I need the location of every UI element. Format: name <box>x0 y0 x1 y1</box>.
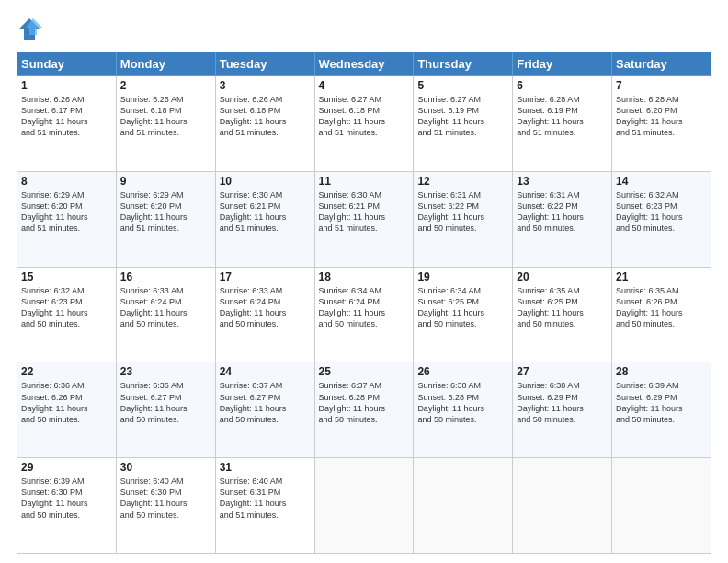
calendar-week-3: 15Sunrise: 6:32 AM Sunset: 6:23 PM Dayli… <box>17 267 711 362</box>
day-number: 23 <box>120 365 211 378</box>
day-number: 12 <box>417 175 508 188</box>
day-info: Sunrise: 6:32 AM Sunset: 6:23 PM Dayligh… <box>21 285 112 330</box>
day-info: Sunrise: 6:40 AM Sunset: 6:31 PM Dayligh… <box>220 476 311 521</box>
calendar-cell: 25Sunrise: 6:37 AM Sunset: 6:28 PM Dayli… <box>314 362 414 458</box>
day-number: 3 <box>220 79 311 92</box>
day-info: Sunrise: 6:33 AM Sunset: 6:24 PM Dayligh… <box>120 285 211 330</box>
calendar-cell: 16Sunrise: 6:33 AM Sunset: 6:24 PM Dayli… <box>116 267 215 362</box>
day-info: Sunrise: 6:30 AM Sunset: 6:21 PM Dayligh… <box>220 190 311 235</box>
day-number: 17 <box>220 270 311 283</box>
day-info: Sunrise: 6:36 AM Sunset: 6:27 PM Dayligh… <box>120 380 211 425</box>
day-info: Sunrise: 6:36 AM Sunset: 6:26 PM Dayligh… <box>21 380 112 425</box>
calendar-cell: 15Sunrise: 6:32 AM Sunset: 6:23 PM Dayli… <box>17 267 117 362</box>
calendar-cell: 7Sunrise: 6:28 AM Sunset: 6:20 PM Daylig… <box>612 76 711 172</box>
logo-icon <box>17 17 42 42</box>
day-number: 14 <box>616 175 707 188</box>
calendar-cell: 11Sunrise: 6:30 AM Sunset: 6:21 PM Dayli… <box>314 171 414 267</box>
calendar-cell: 17Sunrise: 6:33 AM Sunset: 6:24 PM Dayli… <box>215 267 314 362</box>
calendar-cell: 2Sunrise: 6:26 AM Sunset: 6:18 PM Daylig… <box>116 76 215 172</box>
day-number: 20 <box>517 270 608 283</box>
day-number: 18 <box>319 270 410 283</box>
day-info: Sunrise: 6:28 AM Sunset: 6:19 PM Dayligh… <box>517 94 608 139</box>
day-number: 1 <box>21 79 112 92</box>
day-info: Sunrise: 6:35 AM Sunset: 6:25 PM Dayligh… <box>517 285 608 330</box>
day-number: 25 <box>319 365 410 378</box>
page: SundayMondayTuesdayWednesdayThursdayFrid… <box>0 0 728 563</box>
day-info: Sunrise: 6:33 AM Sunset: 6:24 PM Dayligh… <box>220 285 311 330</box>
day-number: 22 <box>21 365 112 378</box>
calendar-cell <box>513 458 612 554</box>
calendar-cell: 3Sunrise: 6:26 AM Sunset: 6:18 PM Daylig… <box>215 76 314 172</box>
calendar-cell: 1Sunrise: 6:26 AM Sunset: 6:17 PM Daylig… <box>17 76 117 172</box>
day-info: Sunrise: 6:37 AM Sunset: 6:27 PM Dayligh… <box>220 380 311 425</box>
day-number: 28 <box>616 365 707 378</box>
calendar-body: 1Sunrise: 6:26 AM Sunset: 6:17 PM Daylig… <box>17 76 711 554</box>
day-number: 6 <box>517 79 608 92</box>
day-number: 11 <box>319 175 410 188</box>
day-info: Sunrise: 6:38 AM Sunset: 6:28 PM Dayligh… <box>417 380 508 425</box>
day-info: Sunrise: 6:35 AM Sunset: 6:26 PM Dayligh… <box>616 285 707 330</box>
calendar-cell: 12Sunrise: 6:31 AM Sunset: 6:22 PM Dayli… <box>414 171 513 267</box>
calendar-header-saturday: Saturday <box>612 52 711 76</box>
day-number: 7 <box>616 79 707 92</box>
calendar-cell: 22Sunrise: 6:36 AM Sunset: 6:26 PM Dayli… <box>17 362 117 458</box>
day-number: 24 <box>220 365 311 378</box>
calendar-cell: 18Sunrise: 6:34 AM Sunset: 6:24 PM Dayli… <box>314 267 414 362</box>
calendar-cell: 20Sunrise: 6:35 AM Sunset: 6:25 PM Dayli… <box>513 267 612 362</box>
day-info: Sunrise: 6:39 AM Sunset: 6:30 PM Dayligh… <box>21 476 112 521</box>
day-info: Sunrise: 6:38 AM Sunset: 6:29 PM Dayligh… <box>517 380 608 425</box>
day-info: Sunrise: 6:29 AM Sunset: 6:20 PM Dayligh… <box>120 190 211 235</box>
day-number: 30 <box>120 461 211 474</box>
calendar-cell: 14Sunrise: 6:32 AM Sunset: 6:23 PM Dayli… <box>612 171 711 267</box>
calendar-cell: 9Sunrise: 6:29 AM Sunset: 6:20 PM Daylig… <box>116 171 215 267</box>
day-number: 10 <box>220 175 311 188</box>
day-info: Sunrise: 6:26 AM Sunset: 6:17 PM Dayligh… <box>21 94 112 139</box>
calendar-header-sunday: Sunday <box>17 52 117 76</box>
day-number: 27 <box>517 365 608 378</box>
day-number: 5 <box>417 79 508 92</box>
calendar-cell <box>414 458 513 554</box>
calendar-cell: 26Sunrise: 6:38 AM Sunset: 6:28 PM Dayli… <box>414 362 513 458</box>
calendar-header-friday: Friday <box>513 52 612 76</box>
calendar-cell <box>612 458 711 554</box>
calendar-cell: 8Sunrise: 6:29 AM Sunset: 6:20 PM Daylig… <box>17 171 117 267</box>
calendar-cell <box>314 458 414 554</box>
calendar-cell: 31Sunrise: 6:40 AM Sunset: 6:31 PM Dayli… <box>215 458 314 554</box>
day-number: 13 <box>517 175 608 188</box>
calendar-week-4: 22Sunrise: 6:36 AM Sunset: 6:26 PM Dayli… <box>17 362 711 458</box>
calendar-cell: 4Sunrise: 6:27 AM Sunset: 6:18 PM Daylig… <box>314 76 414 172</box>
calendar-cell: 21Sunrise: 6:35 AM Sunset: 6:26 PM Dayli… <box>612 267 711 362</box>
calendar-header-tuesday: Tuesday <box>215 52 314 76</box>
calendar-week-1: 1Sunrise: 6:26 AM Sunset: 6:17 PM Daylig… <box>17 76 711 172</box>
calendar-cell: 19Sunrise: 6:34 AM Sunset: 6:25 PM Dayli… <box>414 267 513 362</box>
calendar-cell: 27Sunrise: 6:38 AM Sunset: 6:29 PM Dayli… <box>513 362 612 458</box>
day-number: 15 <box>21 270 112 283</box>
calendar-header: SundayMondayTuesdayWednesdayThursdayFrid… <box>17 52 711 76</box>
day-number: 29 <box>21 461 112 474</box>
day-info: Sunrise: 6:27 AM Sunset: 6:18 PM Dayligh… <box>319 94 410 139</box>
calendar-cell: 23Sunrise: 6:36 AM Sunset: 6:27 PM Dayli… <box>116 362 215 458</box>
day-info: Sunrise: 6:26 AM Sunset: 6:18 PM Dayligh… <box>120 94 211 139</box>
day-number: 19 <box>417 270 508 283</box>
calendar-cell: 6Sunrise: 6:28 AM Sunset: 6:19 PM Daylig… <box>513 76 612 172</box>
day-info: Sunrise: 6:31 AM Sunset: 6:22 PM Dayligh… <box>517 190 608 235</box>
calendar-header-thursday: Thursday <box>414 52 513 76</box>
calendar-week-2: 8Sunrise: 6:29 AM Sunset: 6:20 PM Daylig… <box>17 171 711 267</box>
day-info: Sunrise: 6:27 AM Sunset: 6:19 PM Dayligh… <box>417 94 508 139</box>
header <box>17 17 711 42</box>
calendar-cell: 30Sunrise: 6:40 AM Sunset: 6:30 PM Dayli… <box>116 458 215 554</box>
day-info: Sunrise: 6:29 AM Sunset: 6:20 PM Dayligh… <box>21 190 112 235</box>
day-info: Sunrise: 6:39 AM Sunset: 6:29 PM Dayligh… <box>616 380 707 425</box>
calendar-cell: 28Sunrise: 6:39 AM Sunset: 6:29 PM Dayli… <box>612 362 711 458</box>
day-info: Sunrise: 6:37 AM Sunset: 6:28 PM Dayligh… <box>319 380 410 425</box>
day-info: Sunrise: 6:34 AM Sunset: 6:25 PM Dayligh… <box>417 285 508 330</box>
calendar-cell: 24Sunrise: 6:37 AM Sunset: 6:27 PM Dayli… <box>215 362 314 458</box>
header-row: SundayMondayTuesdayWednesdayThursdayFrid… <box>17 52 711 76</box>
calendar: SundayMondayTuesdayWednesdayThursdayFrid… <box>17 52 711 554</box>
calendar-cell: 10Sunrise: 6:30 AM Sunset: 6:21 PM Dayli… <box>215 171 314 267</box>
day-info: Sunrise: 6:28 AM Sunset: 6:20 PM Dayligh… <box>616 94 707 139</box>
day-info: Sunrise: 6:30 AM Sunset: 6:21 PM Dayligh… <box>319 190 410 235</box>
day-info: Sunrise: 6:40 AM Sunset: 6:30 PM Dayligh… <box>120 476 211 521</box>
calendar-cell: 5Sunrise: 6:27 AM Sunset: 6:19 PM Daylig… <box>414 76 513 172</box>
calendar-header-monday: Monday <box>116 52 215 76</box>
